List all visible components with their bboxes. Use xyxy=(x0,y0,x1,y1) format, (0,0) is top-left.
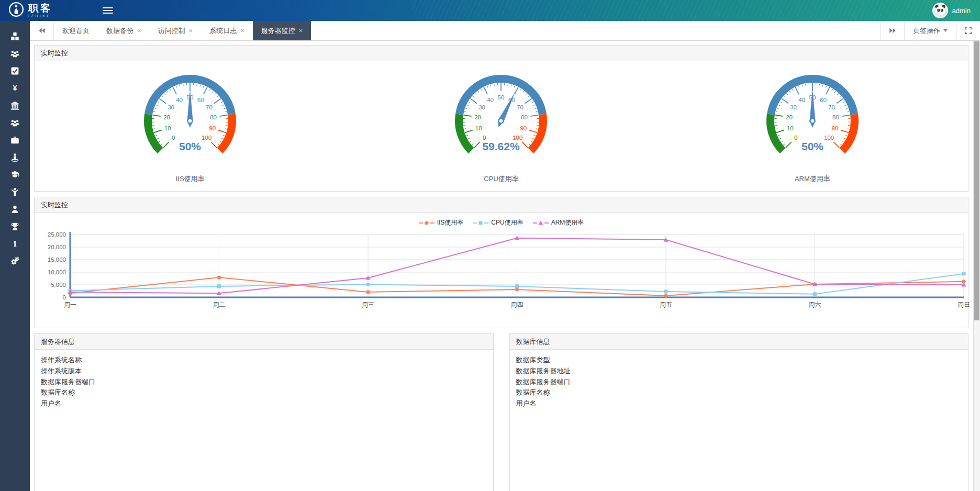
info-item: 数据库名称 xyxy=(516,387,962,398)
sidebar-item-trophy[interactable] xyxy=(0,218,30,235)
legend-item[interactable]: CPU使用率 xyxy=(473,218,523,227)
panel-title: 实时监控 xyxy=(35,46,968,61)
scrollbar[interactable] xyxy=(973,41,980,491)
tab-label: 数据备份 xyxy=(106,26,133,36)
tab-actions-dropdown[interactable]: 页签操作 xyxy=(904,21,956,40)
svg-text:30: 30 xyxy=(168,104,174,110)
svg-text:80: 80 xyxy=(832,114,839,120)
bank-icon xyxy=(10,101,19,110)
panel-title: 数据库信息 xyxy=(510,334,968,350)
user-icon xyxy=(10,205,19,214)
street-view-icon xyxy=(10,153,19,162)
fullscreen-icon xyxy=(964,27,972,35)
panel-title: 服务器信息 xyxy=(35,334,493,350)
gears-icon xyxy=(10,256,19,265)
svg-text:40: 40 xyxy=(176,97,183,103)
info-panels-row: 服务器信息 操作系统名称操作系统版本数据库服务器端口数据库名称用户名 数据库信息… xyxy=(34,333,968,491)
graduation-cap-icon xyxy=(10,170,19,179)
sidebar-item-graduation-cap[interactable] xyxy=(0,166,30,183)
legend-item[interactable]: ARM使用率 xyxy=(533,218,584,227)
tab-2[interactable]: 访问控制× xyxy=(150,21,202,40)
tab-close-icon[interactable]: × xyxy=(299,27,303,35)
svg-text:0: 0 xyxy=(483,135,486,141)
team-icon xyxy=(10,118,19,127)
svg-text:20: 20 xyxy=(475,114,482,120)
gauge-chart: 010203040506070809010050% xyxy=(122,65,258,170)
izhike-logo-icon xyxy=(8,2,24,19)
sidebar-item-yen[interactable]: ¥ xyxy=(0,80,30,97)
sidebar-item-users[interactable] xyxy=(0,45,30,62)
sidebar-item-info[interactable]: i xyxy=(0,235,30,252)
svg-text:¥: ¥ xyxy=(13,84,17,92)
gauge-caption: IIS使用率 xyxy=(176,174,205,184)
info-item: 数据库服务器端口 xyxy=(516,377,962,388)
svg-text:90: 90 xyxy=(209,125,216,131)
svg-text:100: 100 xyxy=(824,135,834,141)
sidebar-item-briefcase[interactable] xyxy=(0,131,30,149)
gauge-caption: ARM使用率 xyxy=(795,174,830,184)
info-item: 数据库服务器端口 xyxy=(41,377,487,388)
legend-item[interactable]: IIS使用率 xyxy=(419,218,464,227)
sidebar-item-street-view[interactable] xyxy=(0,149,30,166)
line-chart-container: 05,00010,00015,00020,00025,000周一周二周三周四周五… xyxy=(35,228,968,328)
sidebar-item-check-square[interactable] xyxy=(0,62,30,80)
server-info-list: 操作系统名称操作系统版本数据库服务器端口数据库名称用户名 xyxy=(35,350,493,415)
svg-text:50%: 50% xyxy=(179,140,201,152)
brand-logo[interactable]: 职客 IZHIKE xyxy=(0,2,73,19)
username[interactable]: admin xyxy=(952,7,971,15)
brand-subtitle: IZHIKE xyxy=(28,14,52,18)
sidebar-item-bank[interactable] xyxy=(0,97,30,114)
svg-text:50%: 50% xyxy=(801,140,823,152)
topbar-user-area: admin xyxy=(932,3,980,18)
tab-label: 服务器监控 xyxy=(261,26,295,36)
db-info-list: 数据库类型数据库服务器地址数据库服务器端口数据库名称用户名 xyxy=(510,350,968,415)
panel-db-info: 数据库信息 数据库类型数据库服务器地址数据库服务器端口数据库名称用户名 xyxy=(509,333,969,491)
check-square-icon xyxy=(10,66,19,75)
avatar[interactable] xyxy=(932,3,948,18)
tab-close-icon[interactable]: × xyxy=(137,27,141,35)
tab-0[interactable]: 欢迎首页 xyxy=(54,21,98,40)
tab-close-icon[interactable]: × xyxy=(189,27,193,35)
child-icon xyxy=(10,187,19,196)
scroll-tabs-right-button[interactable] xyxy=(880,21,904,40)
sidebar-item-team[interactable] xyxy=(0,114,30,131)
svg-text:70: 70 xyxy=(828,104,835,110)
svg-text:0: 0 xyxy=(794,135,797,141)
legend-marker-icon xyxy=(419,220,435,226)
tab-strip: 欢迎首页数据备份×访问控制×系统日志×服务器监控× xyxy=(54,21,880,40)
content-area: 实时监控 010203040506070809010050%IIS使用率0102… xyxy=(30,41,980,491)
sidebar-item-gears[interactable] xyxy=(0,252,30,270)
tab-close-icon[interactable]: × xyxy=(240,27,244,35)
double-chevron-right-icon xyxy=(889,27,896,34)
svg-text:100: 100 xyxy=(202,135,211,141)
tab-1[interactable]: 数据备份× xyxy=(98,21,150,40)
sidebar-item-user[interactable] xyxy=(0,200,30,218)
svg-text:10: 10 xyxy=(475,125,482,131)
svg-text:40: 40 xyxy=(798,97,805,103)
svg-text:20: 20 xyxy=(786,114,793,120)
legend-label: ARM使用率 xyxy=(551,218,584,227)
hamburger-menu-icon[interactable] xyxy=(103,6,113,15)
scrollbar-thumb[interactable] xyxy=(974,41,979,320)
sidebar-item-cubes[interactable] xyxy=(0,28,30,45)
svg-text:80: 80 xyxy=(521,114,528,120)
panel-server-info: 服务器信息 操作系统名称操作系统版本数据库服务器端口数据库名称用户名 xyxy=(34,333,494,491)
svg-text:50: 50 xyxy=(498,94,505,101)
svg-text:周二: 周二 xyxy=(213,301,226,308)
gauge-IIS使用率: 010203040506070809010050%IIS使用率 xyxy=(35,65,346,184)
brand-title: 职客 xyxy=(28,3,52,13)
info-item: 数据库名称 xyxy=(41,387,487,398)
svg-text:40: 40 xyxy=(487,97,494,103)
tab-4[interactable]: 服务器监控× xyxy=(253,21,311,40)
line-chart: 05,00010,00015,00020,00025,000周一周二周三周四周五… xyxy=(40,228,972,322)
gauge-CPU使用率: 010203040506070809010059.62%CPU使用率 xyxy=(346,65,656,184)
svg-text:10,000: 10,000 xyxy=(48,269,66,275)
svg-text:20,000: 20,000 xyxy=(48,244,66,250)
sidebar-item-child[interactable] xyxy=(0,183,30,200)
svg-text:15,000: 15,000 xyxy=(48,256,66,263)
info-icon: i xyxy=(10,239,19,248)
scroll-tabs-left-button[interactable] xyxy=(30,21,54,40)
tab-3[interactable]: 系统日志× xyxy=(201,21,253,40)
fullscreen-button[interactable] xyxy=(956,21,980,40)
svg-text:90: 90 xyxy=(831,125,838,131)
